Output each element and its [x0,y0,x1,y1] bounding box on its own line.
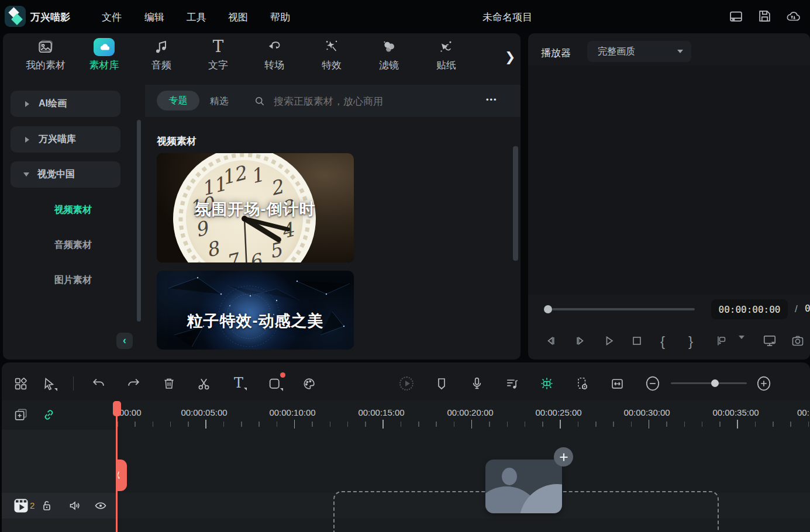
marker-chevron-icon[interactable] [739,339,744,350]
delete-button[interactable] [162,376,176,391]
menu-view[interactable]: 视图 [228,11,248,24]
ruler-label: 00:00 [119,407,142,417]
add-track-button[interactable] [13,407,28,422]
quality-dropdown[interactable]: 完整画质 [587,41,691,62]
collapse-sidebar-button[interactable]: ‹ [116,333,133,349]
snapshot-button[interactable] [791,334,805,348]
stock-item-countdown[interactable]: 12 1 2 3 4 5 6 7 8 9 10 11 氛围 [157,153,354,262]
sidebar-item-wondershare-lib[interactable]: 万兴喵库 [11,126,120,153]
redo-button[interactable] [126,376,141,391]
menu-edit[interactable]: 编辑 [144,11,164,24]
collapse-left-icon: ‹ [123,335,126,346]
filter-tab-topics[interactable]: 专题 [157,91,199,110]
undo-button[interactable] [91,376,106,391]
render-play-icon [405,381,410,386]
track-lock-icon[interactable] [40,499,54,513]
audio-mixer-button[interactable] [505,376,519,391]
collapsed-arrow-icon [25,101,29,107]
search-input[interactable] [273,92,450,111]
menu-file[interactable]: 文件 [102,11,122,24]
select-tool[interactable] [42,376,56,391]
record-voiceover-button[interactable] [470,376,484,391]
app-logo [5,6,26,27]
next-frame-button[interactable] [573,334,587,348]
mark-out-button[interactable]: } [688,333,693,350]
category-audio-assets[interactable]: 音频素材 [32,239,114,251]
menu-help[interactable]: 帮助 [270,11,290,24]
fit-timeline-button[interactable] [610,376,625,391]
effects-icon [323,38,340,56]
scrubber-handle[interactable] [544,305,552,313]
sidebar-item-visual-china[interactable]: 视觉中国 [11,161,120,188]
zoom-in-button[interactable] [756,375,771,392]
playhead-cut-handle[interactable]: ✂ [118,460,127,491]
display-mode-button[interactable] [762,333,777,348]
category-video-assets[interactable]: 视频素材 [32,204,114,216]
category-image-assets[interactable]: 图片素材 [32,274,114,286]
tab-my-media[interactable]: 我的素材 [18,38,74,70]
zoom-slider-handle[interactable] [711,379,719,387]
link-clips-button[interactable] [42,407,56,422]
cloud-sync-icon[interactable] [785,9,801,24]
layout-panel-icon[interactable] [729,9,743,24]
preview-area [528,65,810,295]
split-scissors-button[interactable] [197,376,211,391]
ruler-label: 00:00:25:00 [535,407,581,417]
video-track-icon [13,498,29,513]
sidebar-item-label: 视觉中国 [37,168,75,181]
track-clip-count: 2 [30,500,35,510]
zoom-out-button[interactable] [645,375,660,392]
track-mute-icon[interactable] [68,499,82,513]
notification-dot [280,372,285,378]
marker-button[interactable] [714,334,728,348]
tab-label: 我的素材 [26,60,66,70]
media-grid-tool[interactable] [13,376,28,391]
sidebar-item-ai-painting[interactable]: AI绘画 [11,91,120,117]
transitions-icon [266,38,283,56]
stickers-icon [437,38,455,56]
tab-stock-library[interactable]: 素材库 [76,38,132,70]
tab-transitions[interactable]: 转场 [246,38,302,70]
stock-item-particles[interactable]: 粒子特效-动感之美 [157,271,354,350]
render-preview-button[interactable] [399,376,413,391]
previous-frame-button[interactable] [544,334,558,348]
text-tool-button[interactable]: T [232,375,247,391]
export-to-device-button[interactable] [574,376,590,391]
media-placeholder-icon [485,460,562,513]
marker-flag-button[interactable] [435,376,449,391]
tab-filters[interactable]: 滤镜 [361,38,417,70]
tab-audio[interactable]: 音频 [133,38,189,70]
save-icon[interactable] [757,9,772,23]
expanded-arrow-icon [23,172,29,177]
scissors-icon: ✂ [118,471,124,479]
color-palette-button[interactable] [302,376,316,391]
more-options-icon[interactable]: ••• [486,95,498,104]
scrubber-track[interactable] [552,308,695,310]
menu-tools[interactable]: 工具 [187,11,206,24]
auto-ripple-button[interactable] [539,376,554,391]
tab-effects[interactable]: 特效 [304,38,360,70]
playhead-cap[interactable] [113,401,121,416]
quality-value: 完整画质 [598,46,635,58]
plus-icon [559,452,568,462]
track-visibility-icon[interactable] [94,499,108,513]
dropdown-corner [280,388,283,391]
ruler-ticks-major[interactable] [117,420,810,429]
ruler-label: 00: [797,407,809,417]
chevron-down-icon [677,50,683,56]
library-scrollbar[interactable] [513,146,518,261]
mark-in-button[interactable]: { [660,333,665,350]
sidebar-scrollbar[interactable] [137,120,141,322]
my-media-icon [37,38,54,56]
svg-text:T: T [234,375,243,391]
canvas-crop-button[interactable] [267,376,282,391]
tab-label: 贴纸 [436,60,456,70]
stop-button[interactable] [630,334,644,348]
filter-tab-featured[interactable]: 精选 [210,95,229,108]
tab-stickers[interactable]: 贴纸 [418,38,474,70]
zoom-slider-track[interactable] [671,382,747,384]
play-button[interactable] [602,334,616,348]
timecode-box[interactable]: 00:00:00:00 [711,299,788,319]
tab-text[interactable]: T 文字 [190,38,246,70]
more-tabs-chevron-icon[interactable]: ❯ [505,50,515,65]
